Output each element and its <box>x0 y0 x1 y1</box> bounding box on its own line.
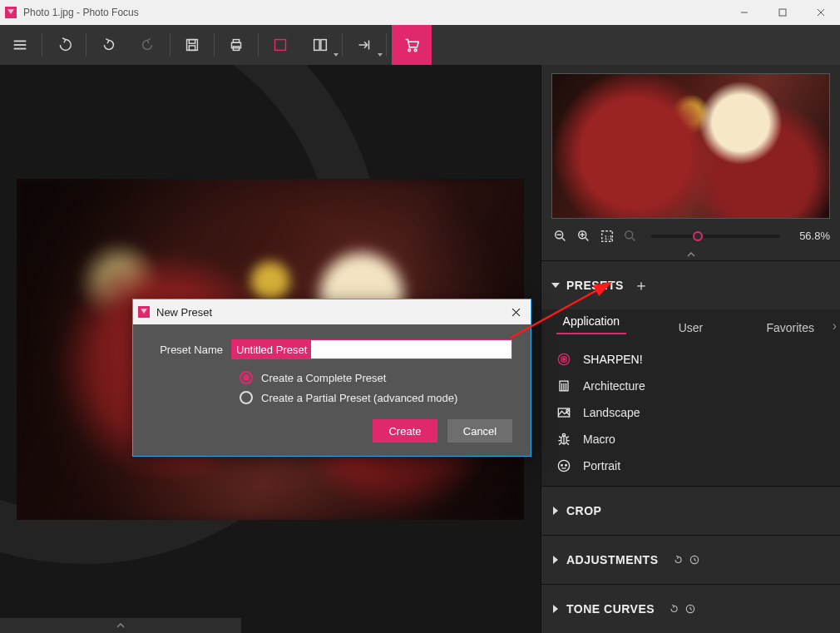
section-label: CROP <box>566 504 601 517</box>
svg-line-41 <box>566 437 569 438</box>
history-icons[interactable] <box>672 554 700 566</box>
zoom-fit-icon[interactable]: 1:1 <box>598 227 616 245</box>
app-icon <box>5 7 17 18</box>
svg-point-17 <box>414 49 417 52</box>
maximize-button[interactable] <box>763 0 802 25</box>
radio-icon <box>240 371 253 384</box>
app-window: Photo 1.jpg - Photo Focus <box>0 0 840 633</box>
new-preset-dialog: New Preset Preset Name Untitled Preset C… <box>132 299 531 457</box>
zoom-actual-icon[interactable] <box>621 227 640 245</box>
undo-all-button[interactable] <box>44 25 84 65</box>
expand-icon <box>551 283 560 288</box>
zoom-out-icon[interactable] <box>551 227 570 245</box>
cart-button[interactable] <box>392 25 432 65</box>
svg-rect-7 <box>187 40 198 51</box>
print-button[interactable] <box>216 25 256 65</box>
section-label: TONE CURVES <box>566 602 655 616</box>
target-icon <box>555 351 573 368</box>
svg-rect-15 <box>321 40 326 51</box>
section-label: PRESETS <box>566 279 624 292</box>
tab-user[interactable]: User <box>641 321 741 343</box>
svg-line-52 <box>694 560 696 561</box>
menu-button[interactable] <box>0 25 40 65</box>
svg-point-37 <box>566 409 569 412</box>
tabs-scroll-icon[interactable]: › <box>833 319 837 334</box>
redo-button[interactable] <box>128 25 168 65</box>
svg-point-27 <box>625 230 633 238</box>
expand-icon <box>553 605 558 613</box>
radio-label: Create a Complete Preset <box>261 372 386 384</box>
navigator-preview[interactable] <box>551 73 830 219</box>
svg-line-22 <box>586 238 589 241</box>
bug-icon <box>555 431 573 448</box>
svg-point-16 <box>408 49 411 52</box>
svg-rect-13 <box>275 40 286 51</box>
cancel-button[interactable]: Cancel <box>447 419 512 443</box>
preset-tabs: Application User Favorites › <box>541 309 840 343</box>
radio-label: Create a Partial Preset (advanced mode) <box>261 392 457 404</box>
preset-label: Architecture <box>583 379 645 393</box>
section-header-crop[interactable]: CROP <box>541 487 840 535</box>
close-button[interactable] <box>802 0 840 25</box>
section-header-adjustments[interactable]: ADJUSTMENTS <box>541 536 840 584</box>
window-title: Photo 1.jpg - Photo Focus <box>23 7 139 18</box>
panel-collapse-handle[interactable] <box>541 249 840 260</box>
tab-favorites[interactable]: Favorites <box>740 321 840 343</box>
radio-complete[interactable]: Create a Complete Preset <box>240 371 512 384</box>
section-header-presets[interactable]: PRESETS ＋ <box>541 261 840 309</box>
save-button[interactable] <box>172 25 212 65</box>
svg-point-49 <box>566 464 567 466</box>
preset-list: SHARPEN! Architecture Landscape Macro <box>541 343 840 486</box>
face-icon <box>555 457 573 474</box>
undo-button[interactable] <box>88 25 128 65</box>
history-icons[interactable] <box>668 603 696 615</box>
preset-item-sharpen[interactable]: SHARPEN! <box>541 346 840 373</box>
preset-name-selection: Untitled Preset <box>232 340 311 359</box>
preset-label: Macro <box>583 433 615 446</box>
share-button[interactable] <box>344 25 384 65</box>
section-tone-curves: TONE CURVES <box>541 584 840 633</box>
dialog-close-button[interactable] <box>501 299 531 324</box>
svg-rect-1 <box>779 9 786 16</box>
single-view-button[interactable] <box>260 25 300 65</box>
svg-rect-8 <box>189 40 195 44</box>
minimize-button[interactable] <box>725 0 763 25</box>
section-presets: PRESETS ＋ Application User Favorites › S… <box>541 260 840 486</box>
svg-line-55 <box>690 609 692 610</box>
right-panel: 1:1 56.8% PRESETS ＋ Application User Fav… <box>541 65 840 633</box>
radio-partial[interactable]: Create a Partial Preset (advanced mode) <box>240 391 512 404</box>
preset-item-landscape[interactable]: Landscape <box>541 399 840 426</box>
svg-point-48 <box>561 464 563 466</box>
svg-point-46 <box>562 433 565 436</box>
svg-line-45 <box>566 443 569 445</box>
svg-rect-9 <box>189 46 195 50</box>
svg-rect-11 <box>233 40 239 43</box>
landscape-icon <box>555 404 573 421</box>
section-header-tone-curves[interactable]: TONE CURVES <box>541 585 840 633</box>
svg-text:1:1: 1:1 <box>604 233 612 240</box>
preset-item-architecture[interactable]: Architecture <box>541 373 840 399</box>
add-preset-icon[interactable]: ＋ <box>634 275 650 295</box>
expand-icon <box>553 507 558 515</box>
radio-icon <box>240 391 253 404</box>
preset-item-portrait[interactable]: Portrait <box>541 452 840 479</box>
zoom-slider[interactable] <box>651 235 780 238</box>
svg-line-28 <box>632 238 635 241</box>
titlebar: Photo 1.jpg - Photo Focus <box>0 0 840 25</box>
svg-line-40 <box>559 437 561 438</box>
compare-view-button[interactable] <box>300 25 340 65</box>
app-icon <box>138 306 150 318</box>
preset-label: SHARPEN! <box>583 353 643 366</box>
preset-item-macro[interactable]: Macro <box>541 426 840 452</box>
building-icon <box>555 378 573 394</box>
create-button[interactable]: Create <box>373 419 437 443</box>
zoom-in-icon[interactable] <box>575 227 593 245</box>
svg-point-31 <box>563 359 566 361</box>
tab-application[interactable]: Application <box>541 314 641 343</box>
preset-label: Landscape <box>583 406 640 419</box>
svg-rect-14 <box>314 40 319 51</box>
section-label: ADJUSTMENTS <box>566 553 659 566</box>
bottom-panel-handle[interactable] <box>0 618 241 633</box>
svg-line-19 <box>562 238 566 241</box>
expand-icon <box>553 556 558 564</box>
